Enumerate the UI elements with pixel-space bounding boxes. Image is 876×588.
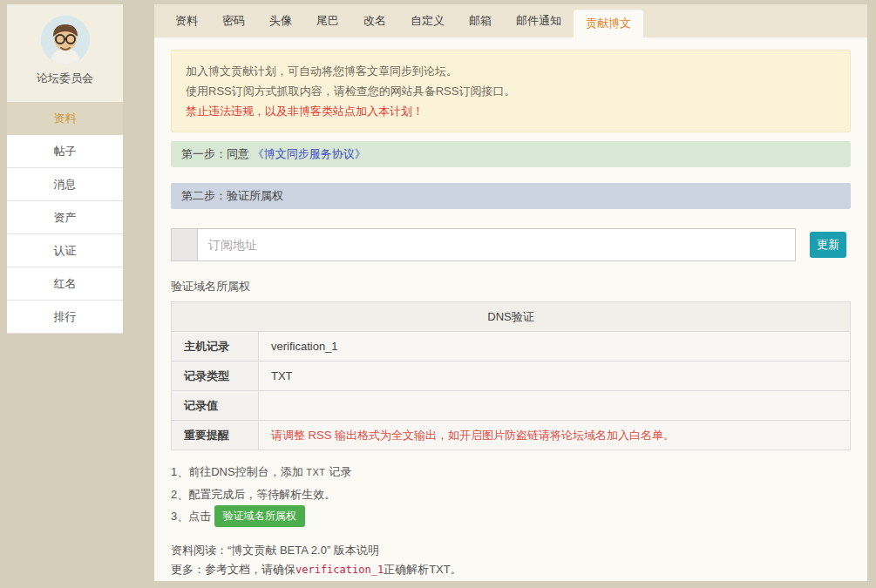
instruction-line-2: 2、配置完成后，等待解析生效。	[171, 483, 851, 505]
verification-code: verification_1	[295, 564, 384, 576]
tab-profile[interactable]: 资料	[163, 4, 210, 37]
agreement-link[interactable]: 《博文同步服务协议》	[253, 147, 366, 160]
tab-rename[interactable]: 改名	[351, 4, 398, 37]
dns-instructions: 1、前往DNS控制台，添加 TXT 记录 2、配置完成后，等待解析生效。 3、点…	[171, 461, 851, 527]
table-header-row: DNS验证	[172, 302, 851, 332]
instruction-line-1: 1、前往DNS控制台，添加 TXT 记录	[171, 461, 851, 483]
subscription-row: 更新	[171, 228, 851, 261]
avatar-image	[41, 16, 90, 64]
feed-url-input[interactable]	[197, 228, 796, 261]
sidebar-item-profile[interactable]: 资料	[7, 102, 123, 135]
footer-2-suffix: 正确解析TXT。	[384, 563, 462, 576]
footer-notes: 资料阅读：“博文贡献 BETA 2.0” 版本说明 更多：参考文档，请确保ver…	[171, 541, 851, 579]
instruction-line-3: 3、点击 验证域名所属权	[171, 505, 851, 527]
instruction-1-suffix: 记录	[326, 465, 352, 478]
host-record-value: verification_1	[259, 332, 851, 362]
table-row: 记录值	[172, 391, 851, 421]
sidebar: 论坛委员会 资料 帖子 消息 资产 认证 红名 排行	[7, 4, 123, 334]
sidebar-item-certification[interactable]: 认证	[7, 234, 123, 267]
important-reminder-value: 请调整 RSS 输出格式为全文输出，如开启图片防盗链请将论坛域名加入白名单。	[259, 421, 851, 450]
step1-bar: 第一步：同意 《博文同步服务协议》	[171, 141, 851, 167]
notice-warning: 禁止违法违规，以及非博客类站点加入本计划！	[186, 101, 836, 121]
sidebar-username: 论坛委员会	[7, 71, 123, 86]
tab-email-notify[interactable]: 邮件通知	[504, 4, 574, 37]
host-record-label: 主机记录	[172, 332, 259, 362]
tab-avatar[interactable]: 头像	[257, 4, 304, 37]
record-type-label: 记录类型	[172, 362, 259, 391]
txt-record-code: TXT	[306, 467, 325, 477]
tab-signature[interactable]: 尾巴	[304, 4, 351, 37]
notice-line-1: 加入博文贡献计划，可自动将您博客文章同步到论坛。	[186, 61, 836, 81]
table-row: 重要提醒 请调整 RSS 输出格式为全文输出，如开启图片防盗链请将论坛域名加入白…	[172, 421, 851, 450]
tab-password[interactable]: 密码	[210, 4, 257, 37]
tab-content: 加入博文贡献计划，可自动将您博客文章同步到论坛。 使用RSS订阅方式抓取内容，请…	[154, 50, 867, 579]
footer-line-2: 更多：参考文档，请确保verification_1正确解析TXT。	[171, 560, 851, 579]
input-addon	[171, 228, 197, 261]
verify-domain-button[interactable]: 验证域名所属权	[214, 505, 305, 527]
main-panel: 资料 密码 头像 尾巴 改名 自定义 邮箱 邮件通知 贡献博文 加入博文贡献计划…	[154, 4, 867, 581]
settings-tabbar: 资料 密码 头像 尾巴 改名 自定义 邮箱 邮件通知 贡献博文	[154, 4, 867, 37]
step2-bar: 第二步：验证所属权	[171, 183, 851, 209]
tab-customize[interactable]: 自定义	[398, 4, 457, 37]
tab-blog-contribution[interactable]: 贡献博文	[574, 10, 643, 37]
dns-verification-table: DNS验证 主机记录 verification_1 记录类型 TXT 记录值 重…	[171, 301, 851, 450]
subscription-input-group	[171, 228, 796, 261]
sidebar-item-redname[interactable]: 红名	[7, 267, 123, 301]
record-value-value	[259, 391, 851, 421]
tab-email[interactable]: 邮箱	[457, 4, 504, 37]
instruction-1-text: 1、前往DNS控制台，添加	[171, 465, 306, 478]
instruction-3-text: 3、点击	[171, 510, 214, 523]
sidebar-item-posts[interactable]: 帖子	[7, 135, 123, 168]
sidebar-item-messages[interactable]: 消息	[7, 168, 123, 201]
record-type-value: TXT	[259, 362, 851, 391]
sidebar-item-ranking[interactable]: 排行	[7, 301, 123, 334]
footer-line-1: 资料阅读：“博文贡献 BETA 2.0” 版本说明	[171, 541, 851, 560]
notice-box: 加入博文贡献计划，可自动将您博客文章同步到论坛。 使用RSS订阅方式抓取内容，请…	[171, 50, 851, 132]
sidebar-item-assets[interactable]: 资产	[7, 201, 123, 234]
step1-label: 第一步：同意	[181, 147, 253, 160]
sidebar-menu: 资料 帖子 消息 资产 认证 红名 排行	[7, 102, 123, 334]
table-row: 记录类型 TXT	[172, 362, 851, 391]
table-row: 主机记录 verification_1	[172, 332, 851, 362]
update-button[interactable]: 更新	[810, 232, 846, 258]
profile-card: 论坛委员会	[7, 4, 123, 102]
record-value-label: 记录值	[172, 391, 259, 421]
footer-2-text: 更多：参考文档，请确保	[171, 563, 295, 576]
verify-section-title: 验证域名所属权	[171, 279, 851, 294]
important-reminder-label: 重要提醒	[172, 421, 259, 450]
dns-verify-header: DNS验证	[172, 302, 851, 332]
avatar[interactable]	[41, 16, 90, 64]
notice-line-2: 使用RSS订阅方式抓取内容，请检查您的网站具备RSS订阅接口。	[186, 81, 836, 101]
